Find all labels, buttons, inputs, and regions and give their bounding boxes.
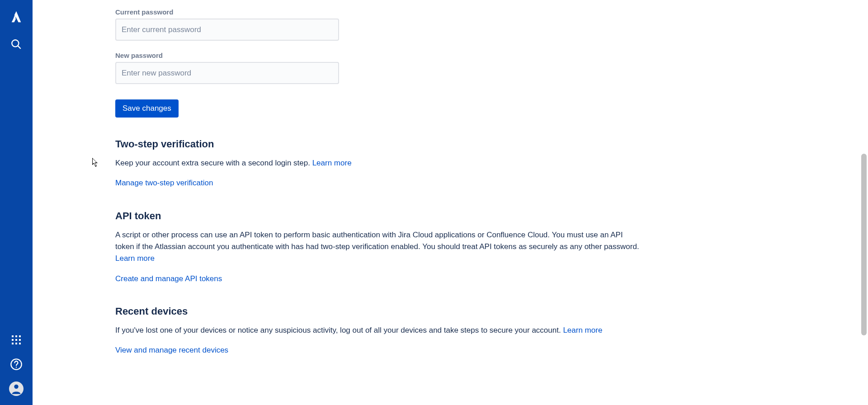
svg-rect-2 <box>12 335 14 337</box>
current-password-input[interactable] <box>115 19 339 41</box>
svg-rect-9 <box>15 343 17 344</box>
new-password-group: New password <box>115 52 640 84</box>
view-recent-devices-link[interactable]: View and manage recent devices <box>115 346 228 354</box>
svg-line-1 <box>18 46 20 48</box>
save-changes-button[interactable]: Save changes <box>115 99 179 118</box>
svg-point-13 <box>14 385 18 389</box>
scrollbar-track[interactable] <box>860 0 868 405</box>
search-icon[interactable] <box>9 37 24 52</box>
two-step-learn-more-link[interactable]: Learn more <box>312 159 352 167</box>
help-icon[interactable] <box>9 357 24 372</box>
current-password-label: Current password <box>115 8 640 16</box>
manage-two-step-link[interactable]: Manage two-step verification <box>115 179 213 187</box>
svg-point-12 <box>16 367 17 367</box>
svg-rect-10 <box>19 343 21 344</box>
svg-point-0 <box>12 40 19 47</box>
scrollbar-thumb[interactable] <box>861 154 867 335</box>
api-token-learn-more-link[interactable]: Learn more <box>115 254 155 263</box>
svg-rect-3 <box>15 335 17 337</box>
sidebar-top-group <box>0 9 33 52</box>
app-switcher-icon[interactable] <box>9 333 24 347</box>
api-token-description: A script or other process can use an API… <box>115 229 640 265</box>
recent-devices-section: Recent devices If you've lost one of you… <box>115 306 640 357</box>
recent-devices-heading: Recent devices <box>115 306 640 317</box>
two-step-description: Keep your account extra secure with a se… <box>115 157 640 169</box>
svg-rect-8 <box>12 343 14 344</box>
main-content: Current password New password Save chang… <box>33 0 868 405</box>
api-token-heading: API token <box>115 210 640 222</box>
recent-devices-description: If you've lost one of your devices or no… <box>115 325 640 336</box>
profile-avatar-icon[interactable] <box>9 381 24 396</box>
sidebar-nav <box>0 0 33 405</box>
atlassian-logo-icon[interactable] <box>9 9 24 24</box>
new-password-label: New password <box>115 52 640 59</box>
svg-rect-4 <box>19 335 21 337</box>
two-step-section: Two-step verification Keep your account … <box>115 138 640 189</box>
api-token-section: API token A script or other process can … <box>115 210 640 285</box>
svg-rect-7 <box>19 339 21 341</box>
svg-rect-5 <box>12 339 14 341</box>
create-api-tokens-link[interactable]: Create and manage API tokens <box>115 274 222 283</box>
current-password-group: Current password <box>115 8 640 41</box>
new-password-input[interactable] <box>115 62 339 84</box>
svg-rect-6 <box>15 339 17 341</box>
sidebar-bottom-group <box>0 333 33 396</box>
two-step-heading: Two-step verification <box>115 138 640 150</box>
recent-devices-learn-more-link[interactable]: Learn more <box>563 326 602 334</box>
